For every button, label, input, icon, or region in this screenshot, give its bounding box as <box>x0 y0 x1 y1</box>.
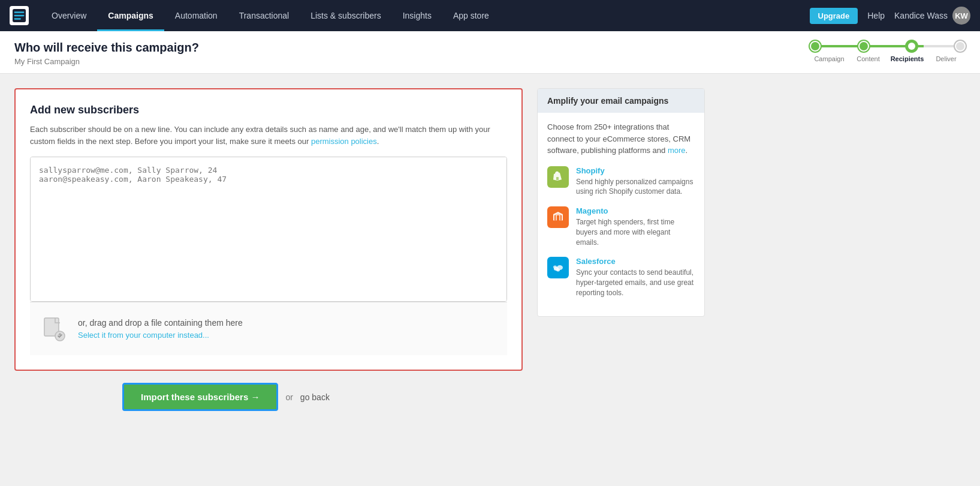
desc-text-before: Each subscriber should be on a new line.… <box>30 125 490 146</box>
magento-link[interactable]: Magento <box>576 206 695 215</box>
textarea-box <box>30 157 507 302</box>
navbar: Overview Campaigns Automation Transactio… <box>0 0 980 31</box>
add-subscribers-box: Add new subscribers Each subscriber shou… <box>14 88 523 371</box>
select-file-link[interactable]: Select it from your computer instead... <box>78 331 209 340</box>
left-panel: Add new subscribers Each subscriber shou… <box>14 88 523 411</box>
logo[interactable] <box>10 6 29 25</box>
shopify-description: Send highly personalized campaigns using… <box>576 177 695 197</box>
svg-rect-3 <box>556 177 559 180</box>
magento-description: Target high spenders, first time buyers … <box>576 217 695 247</box>
progress-dots <box>810 41 966 52</box>
svg-point-7 <box>553 266 557 269</box>
progress-label-campaign: Campaign <box>810 55 849 62</box>
amplify-box: Amplify your email campaigns Choose from… <box>537 88 705 317</box>
salesforce-icon <box>547 257 569 278</box>
permission-policies-link[interactable]: permission policies <box>311 137 377 146</box>
progress-dot-recipients <box>906 41 917 52</box>
magento-icon <box>547 206 569 228</box>
nav-item-automation[interactable]: Automation <box>164 0 228 31</box>
page-header: Who will receive this campaign? My First… <box>0 31 980 74</box>
nav-item-app-store[interactable]: App store <box>442 0 500 31</box>
nav-item-insights[interactable]: Insights <box>392 0 442 31</box>
page-title: Who will receive this campaign? <box>14 41 199 55</box>
progress-label-recipients: Recipients <box>888 55 927 62</box>
nav-item-lists-subscribers[interactable]: Lists & subscribers <box>300 0 391 31</box>
user-name: Kandice Wass <box>894 11 948 20</box>
nav-item-transactional[interactable]: Transactional <box>228 0 300 31</box>
integration-magento: Magento Target high spenders, first time… <box>547 206 695 247</box>
page-header-left: Who will receive this campaign? My First… <box>14 41 199 66</box>
nav-item-overview[interactable]: Overview <box>41 0 97 31</box>
amplify-header: Amplify your email campaigns <box>538 89 704 113</box>
import-subscribers-button[interactable]: Import these subscribers → <box>122 383 278 411</box>
amplify-more-link[interactable]: more <box>668 146 686 155</box>
nav-item-campaigns[interactable]: Campaigns <box>97 0 164 31</box>
main-content: Add new subscribers Each subscriber shou… <box>0 74 719 425</box>
bottom-actions: Import these subscribers → or go back <box>14 383 523 411</box>
progress-dot-campaign <box>810 41 821 52</box>
drag-drop-text: or, drag and drop a file containing them… <box>78 318 243 328</box>
user-menu[interactable]: Kandice Wass KW <box>894 7 970 25</box>
salesforce-content: Salesforce Sync your contacts to send be… <box>576 257 695 298</box>
add-subscribers-description: Each subscriber should be on a new line.… <box>30 124 507 147</box>
nav-items: Overview Campaigns Automation Transactio… <box>41 0 810 31</box>
navbar-right: Upgrade Help Kandice Wass KW <box>810 7 971 25</box>
integration-salesforce: Salesforce Sync your contacts to send be… <box>547 257 695 298</box>
progress-steps: Campaign Content Recipients Deliver <box>810 41 966 62</box>
svg-point-6 <box>556 269 560 272</box>
shopify-link[interactable]: Shopify <box>576 166 695 175</box>
drag-drop-area[interactable]: or, drag and drop a file containing them… <box>30 302 507 355</box>
right-panel: Amplify your email campaigns Choose from… <box>537 88 705 411</box>
progress-bar <box>810 41 966 52</box>
desc-text-after: . <box>377 137 379 146</box>
progress-label-deliver: Deliver <box>927 55 966 62</box>
or-text: or <box>285 392 293 402</box>
integration-shopify: Shopify Send highly personalized campaig… <box>547 166 695 197</box>
avatar: KW <box>952 7 970 25</box>
amplify-desc: Choose from 250+ integrations that conne… <box>547 121 695 157</box>
subscribers-textarea[interactable] <box>31 157 506 301</box>
progress-dot-deliver <box>955 41 966 52</box>
add-subscribers-title: Add new subscribers <box>30 104 507 116</box>
progress-label-content: Content <box>849 55 888 62</box>
drag-drop-content: or, drag and drop a file containing them… <box>78 318 243 340</box>
shopify-content: Shopify Send highly personalized campaig… <box>576 166 695 197</box>
upgrade-button[interactable]: Upgrade <box>810 8 858 24</box>
progress-labels: Campaign Content Recipients Deliver <box>810 55 966 62</box>
progress-dot-content <box>858 41 869 52</box>
file-icon <box>40 314 68 343</box>
salesforce-link[interactable]: Salesforce <box>576 257 695 266</box>
campaign-name: My First Campaign <box>14 57 199 66</box>
amplify-body: Choose from 250+ integrations that conne… <box>538 113 704 316</box>
shopify-icon <box>547 166 569 188</box>
salesforce-description: Sync your contacts to send beautiful, hy… <box>576 268 695 298</box>
go-back-link[interactable]: go back <box>300 392 330 402</box>
help-link[interactable]: Help <box>867 11 885 20</box>
magento-content: Magento Target high spenders, first time… <box>576 206 695 247</box>
